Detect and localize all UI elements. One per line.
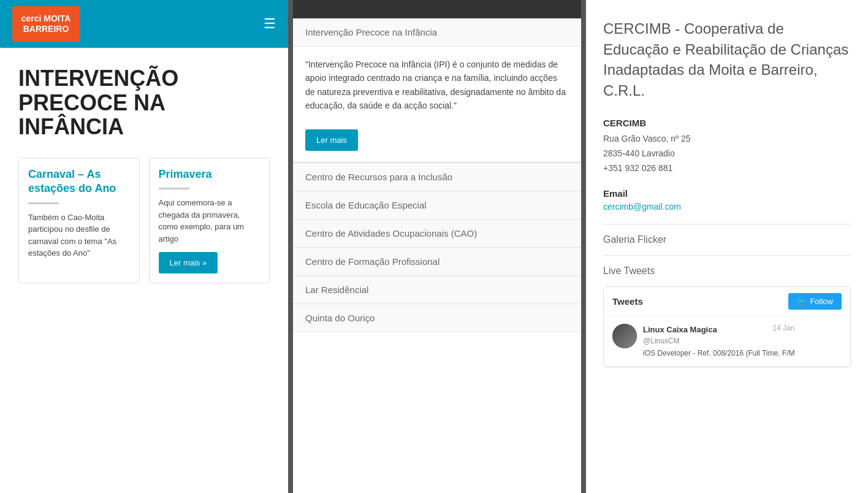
tweet-item: Linux Caixa Magica 14 Jan @LinuxCM iOS D… [604, 316, 850, 367]
avatar-image [612, 324, 637, 348]
address-line1: Rua Grão Vasco, nº 25 [603, 134, 691, 143]
panel-3: CERCIMB - Cooperativa de Educação e Reab… [586, 0, 868, 493]
screen-container: cerci MOITA BARREIRO ☰ INTERVENÇÃO PRECO… [0, 0, 868, 493]
email-label: Email [603, 188, 851, 199]
article-text: "Intervenção Precoce na Infância (IPI) é… [305, 58, 569, 113]
article-ipi: "Intervenção Precoce na Infância (IPI) é… [293, 47, 581, 163]
panel-2: Intervenção Precoce na Infância "Interve… [293, 0, 581, 493]
twitter-bird-icon: 🐦 [797, 297, 807, 306]
panel-1: cerci MOITA BARREIRO ☰ INTERVENÇÃO PRECO… [0, 0, 288, 493]
menu-item-2[interactable]: Centro de Atividades Ocupacionais (CAO) [293, 220, 581, 248]
card-carnaval-text: Também o Cao-Moita participou no desfile… [28, 212, 130, 259]
card-primavera-title: Primavera [159, 167, 261, 182]
menu-item-5[interactable]: Quinta do Ouriço [293, 304, 581, 332]
section-title-ipi: Intervenção Precoce na Infância [293, 18, 581, 47]
tweets-header: Tweets 🐦 Follow [604, 287, 850, 316]
page-title: INTERVENÇÃO PRECOCE NA INFÂNCIA [18, 66, 270, 139]
cards-container: Carnaval – As estações do Ano Também o C… [18, 158, 270, 283]
phone: +351 932 026 881 [603, 163, 672, 173]
ler-mais-article-button[interactable]: Ler mais [305, 129, 358, 151]
org-address: Rua Grão Vasco, nº 25 2835-440 Lavradio … [603, 132, 851, 175]
header-image [293, 0, 581, 18]
logo-text: cerci MOITA BARREIRO [12, 13, 80, 34]
org-full-title: CERCIMB - Cooperativa de Educação e Reab… [603, 18, 851, 101]
tweet-text: iOS Developer - Ref. 008/2016 (Full Time… [643, 348, 794, 359]
logo[interactable]: cerci MOITA BARREIRO [12, 6, 80, 42]
card-primavera: Primavera Aqui comemora-se a chegada da … [149, 158, 270, 283]
address-line2: 2835-440 Lavradio [603, 148, 675, 158]
header: cerci MOITA BARREIRO ☰ [0, 0, 288, 48]
tweet-header-row: Linux Caixa Magica 14 Jan @LinuxCM [643, 324, 794, 346]
separator-1 [603, 224, 851, 224]
tweet-avatar [612, 324, 637, 348]
tweets-box: Tweets 🐦 Follow Linux Caixa Magica 14 Ja… [603, 286, 851, 367]
tweet-handle: @LinuxCM [643, 337, 680, 345]
menu-item-3[interactable]: Centro de Formação Profissional [293, 248, 581, 276]
card-carnaval: Carnaval – As estações do Ano Também o C… [18, 158, 140, 283]
hamburger-menu-icon[interactable]: ☰ [264, 16, 276, 32]
menu-item-4[interactable]: Lar Residêncial [293, 276, 581, 304]
menu-item-1[interactable]: Escola de Educação Especial [293, 191, 581, 220]
email-link[interactable]: cercimb@gmail.com [603, 202, 851, 212]
tweets-section-title: Live Tweets [603, 266, 851, 277]
card-primavera-text: Aqui comemora-se a chegada da primavera,… [159, 197, 261, 245]
menu-items: Centro de Recursos para a InclusãoEscola… [293, 163, 581, 332]
main-content: INTERVENÇÃO PRECOCE NA INFÂNCIA Carnaval… [0, 48, 288, 296]
tweet-date: 14 Jan [772, 324, 794, 332]
tweets-label: Tweets [612, 296, 643, 307]
tweet-username: Linux Caixa Magica [643, 325, 717, 334]
card-divider-2 [159, 188, 189, 189]
card-divider [28, 202, 59, 204]
gallery-title: Galeria Flicker [603, 234, 851, 245]
org-name: CERCIMB [603, 118, 851, 128]
separator-2 [603, 255, 851, 256]
ler-mais-button[interactable]: Ler mais » [159, 252, 218, 273]
panel3-content: CERCIMB - Cooperativa de Educação e Reab… [586, 0, 868, 386]
follow-button-label: Follow [810, 297, 833, 306]
follow-button[interactable]: 🐦 Follow [788, 293, 842, 310]
tweet-body: Linux Caixa Magica 14 Jan @LinuxCM iOS D… [643, 324, 794, 359]
menu-item-0[interactable]: Centro de Recursos para a Inclusão [293, 163, 581, 191]
card-carnaval-title: Carnaval – As estações do Ano [28, 167, 130, 196]
